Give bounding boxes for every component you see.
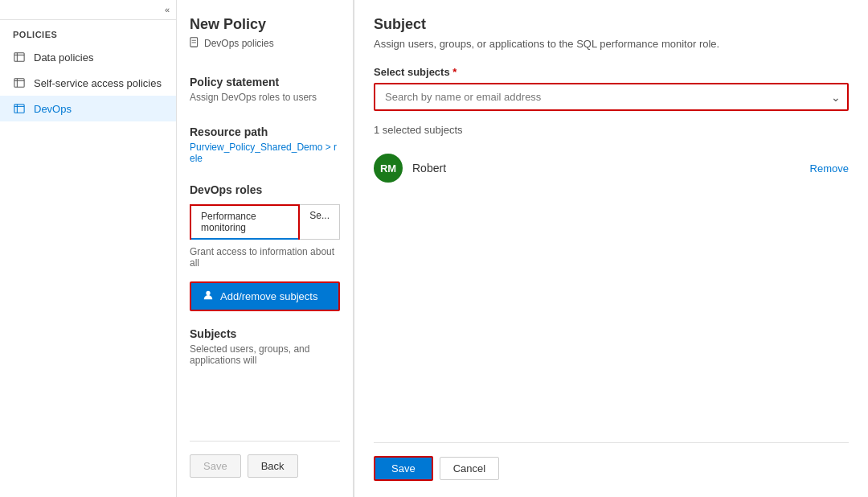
main-content: New Policy DevOps policies Policy statem… [177, 0, 868, 497]
breadcrumb-label: DevOps policies [204, 38, 274, 49]
resource-path-value: Purview_Policy_Shared_Demo > rele [190, 142, 340, 164]
svg-rect-3 [14, 79, 24, 88]
subject-name: Robert [412, 162, 800, 175]
role-tab-second[interactable]: Se... [300, 204, 340, 240]
sidebar: « Policies Data policies Self-service ac… [0, 0, 177, 497]
svg-rect-0 [14, 53, 24, 62]
role-desc: Grant access to information about all [190, 246, 340, 269]
devops-icon [13, 102, 26, 115]
subject-panel: Subject Assign users, groups, or applica… [354, 0, 868, 497]
policy-statement-title: Policy statement [190, 76, 340, 88]
roles-tabs: Performance monitoring Se... [190, 204, 340, 240]
devops-roles-title: DevOps roles [190, 183, 340, 196]
subject-panel-title: Subject [374, 16, 849, 33]
sidebar-item-data-policies[interactable]: Data policies [0, 44, 176, 70]
add-remove-label: Add/remove subjects [220, 290, 317, 302]
svg-point-12 [206, 291, 210, 295]
chevron-down-icon: ⌄ [831, 91, 841, 104]
policy-panel: New Policy DevOps policies Policy statem… [177, 0, 354, 497]
policy-back-button[interactable]: Back [248, 454, 298, 478]
policy-breadcrumb: DevOps policies [190, 36, 340, 50]
subject-footer: Save Cancel [374, 442, 849, 481]
remove-subject-link[interactable]: Remove [810, 162, 849, 175]
breadcrumb-icon [190, 36, 201, 50]
search-dropdown-wrapper[interactable]: ⌄ [374, 83, 849, 111]
collapse-icon: « [165, 5, 170, 14]
resource-path-title: Resource path [190, 125, 340, 138]
subject-panel-desc: Assign users, groups, or applications to… [374, 38, 849, 50]
policy-title: New Policy [190, 16, 340, 33]
selected-count: 1 selected subjects [374, 124, 849, 136]
sidebar-item-label: Data policies [34, 51, 93, 64]
avatar: RM [374, 154, 403, 183]
policy-statement-desc: Assign DevOps roles to users [190, 92, 340, 103]
subject-save-button[interactable]: Save [374, 456, 433, 481]
role-tab-performance[interactable]: Performance monitoring [190, 204, 300, 240]
person-icon [203, 290, 214, 303]
self-service-icon [13, 76, 26, 89]
policy-save-button[interactable]: Save [190, 454, 241, 478]
sidebar-item-label: Self-service access policies [34, 77, 162, 89]
required-marker: * [452, 66, 457, 78]
sidebar-item-self-service[interactable]: Self-service access policies [0, 70, 176, 96]
sidebar-header: Policies [0, 20, 176, 44]
subject-cancel-button[interactable]: Cancel [440, 457, 499, 480]
subject-item: RM Robert Remove [374, 147, 849, 189]
policy-footer: Save Back [190, 441, 340, 481]
subjects-title: Subjects [190, 327, 340, 340]
sidebar-collapse-button[interactable]: « [0, 0, 176, 20]
data-policies-icon [13, 51, 26, 64]
search-input[interactable] [382, 84, 831, 109]
add-remove-subjects-button[interactable]: Add/remove subjects [190, 281, 340, 311]
sidebar-item-label: DevOps [34, 103, 72, 115]
select-subjects-label: Select subjects * [374, 66, 849, 78]
subjects-desc: Selected users, groups, and applications… [190, 343, 340, 366]
svg-rect-6 [14, 105, 24, 113]
sidebar-item-devops[interactable]: DevOps [0, 96, 176, 121]
